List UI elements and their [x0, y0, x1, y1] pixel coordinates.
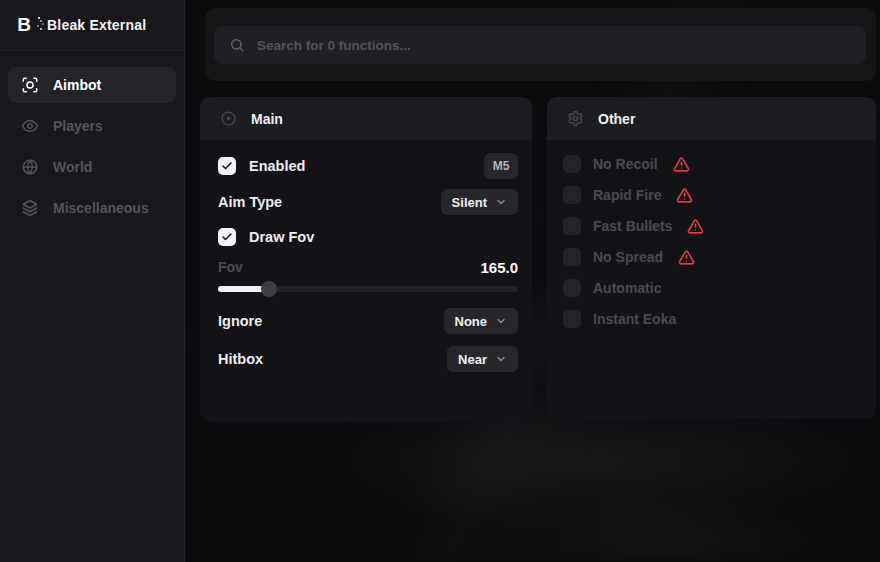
feature-checkbox[interactable]	[563, 217, 581, 235]
other-feature-row: Automatic	[563, 277, 862, 299]
sidebar-item-label: Players	[53, 118, 103, 134]
sidebar-item-label: World	[53, 159, 92, 175]
sidebar-item-world[interactable]: World	[8, 149, 176, 185]
aim-type-value: Silent	[452, 195, 487, 210]
other-panel-header: Other	[547, 97, 876, 140]
other-item-label: Fast Bullets	[593, 218, 672, 234]
warning-icon	[678, 249, 695, 266]
chevron-down-icon	[495, 196, 507, 208]
app-logo-icon: B	[13, 13, 35, 37]
other-item-label: No Spread	[593, 249, 663, 265]
ignore-dropdown[interactable]: None	[444, 308, 519, 334]
app-title: Bleak External	[47, 17, 146, 33]
ignore-value: None	[455, 314, 488, 329]
other-item-label: Instant Eoka	[593, 311, 676, 327]
aim-type-dropdown[interactable]: Silent	[441, 189, 518, 215]
warning-icon	[673, 156, 690, 173]
other-panel-body: No Recoil Rapid Fire Fast Bullets No Spr…	[547, 140, 876, 330]
fov-value: 165.0	[480, 259, 518, 276]
fov-label-row: Fov 165.0	[218, 258, 518, 276]
feature-checkbox[interactable]	[563, 155, 581, 173]
main-panel-title: Main	[251, 111, 283, 127]
ignore-row: Ignore None	[218, 307, 518, 335]
sidebar-item-label: Aimbot	[53, 77, 101, 93]
search-input[interactable]	[257, 38, 851, 53]
target-icon	[220, 110, 237, 127]
draw-fov-label: Draw Fov	[249, 229, 314, 245]
layers-icon	[21, 199, 39, 217]
gear-icon	[567, 110, 584, 127]
aim-type-label: Aim Type	[218, 194, 282, 210]
check-icon	[221, 231, 233, 243]
fov-slider[interactable]	[218, 281, 518, 297]
enabled-row: Enabled M5	[218, 152, 518, 180]
sidebar-item-players[interactable]: Players	[8, 108, 176, 144]
enabled-keybind-badge[interactable]: M5	[484, 153, 518, 179]
feature-checkbox[interactable]	[563, 279, 581, 297]
other-feature-row: Instant Eoka	[563, 308, 862, 330]
hitbox-value: Near	[458, 352, 487, 367]
ignore-label: Ignore	[218, 313, 262, 329]
enabled-label: Enabled	[249, 158, 305, 174]
sidebar-nav: Aimbot Players World Miscellaneous	[0, 51, 184, 242]
hitbox-dropdown[interactable]: Near	[447, 346, 518, 372]
warning-icon	[676, 187, 693, 204]
check-icon	[221, 160, 233, 172]
sidebar-item-miscellaneous[interactable]: Miscellaneous	[8, 190, 176, 226]
hitbox-label: Hitbox	[218, 351, 263, 367]
other-item-label: No Recoil	[593, 156, 658, 172]
other-feature-row: No Recoil	[563, 153, 862, 175]
aim-type-row: Aim Type Silent	[218, 189, 518, 215]
other-feature-row: Fast Bullets	[563, 215, 862, 237]
search-input-wrap	[214, 26, 866, 64]
main-panel-header: Main	[200, 97, 532, 140]
hitbox-row: Hitbox Near	[218, 345, 518, 373]
other-feature-row: Rapid Fire	[563, 184, 862, 206]
main-panel: Main Enabled M5 Aim Type Silent	[200, 97, 532, 422]
sidebar-item-aimbot[interactable]: Aimbot	[8, 67, 176, 103]
eye-icon	[21, 117, 39, 135]
other-feature-row: No Spread	[563, 246, 862, 268]
sidebar: B Bleak External Aimbot Players World M	[0, 0, 185, 562]
draw-fov-row: Draw Fov	[218, 224, 518, 250]
fov-slider-handle[interactable]	[261, 281, 277, 297]
other-item-label: Automatic	[593, 280, 661, 296]
focus-icon	[21, 76, 39, 94]
fov-label: Fov	[218, 259, 243, 275]
other-panel: Other No Recoil Rapid Fire Fast Bullets …	[547, 97, 876, 419]
enabled-checkbox[interactable]	[218, 157, 236, 175]
warning-icon	[687, 218, 704, 235]
search-icon	[229, 37, 245, 53]
chevron-down-icon	[495, 353, 507, 365]
search-panel	[205, 8, 876, 81]
feature-checkbox[interactable]	[563, 186, 581, 204]
sidebar-item-label: Miscellaneous	[53, 200, 149, 216]
globe-icon	[21, 158, 39, 176]
main-content: Main Enabled M5 Aim Type Silent	[185, 0, 880, 562]
feature-checkbox[interactable]	[563, 248, 581, 266]
other-panel-title: Other	[598, 111, 635, 127]
feature-checkbox[interactable]	[563, 310, 581, 328]
other-item-label: Rapid Fire	[593, 187, 661, 203]
logo-row: B Bleak External	[0, 0, 184, 51]
chevron-down-icon	[495, 315, 507, 327]
main-panel-body: Enabled M5 Aim Type Silent	[200, 140, 532, 373]
draw-fov-checkbox[interactable]	[218, 228, 236, 246]
